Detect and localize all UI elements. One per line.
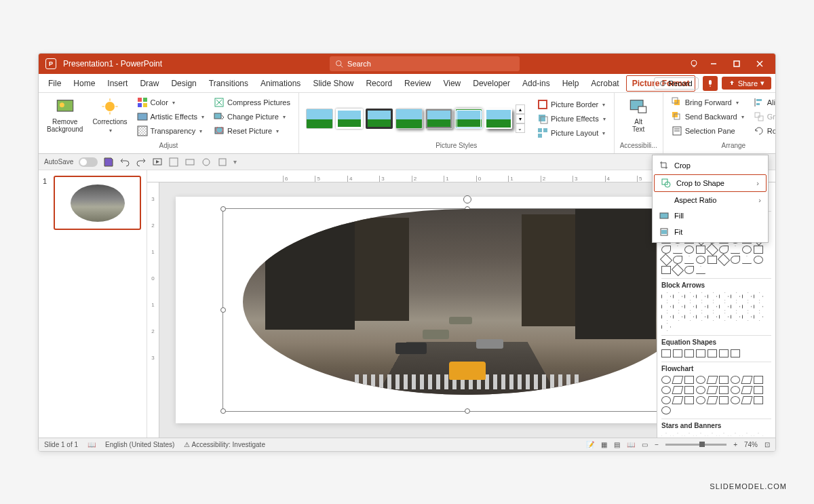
shape-option[interactable]: [708, 303, 717, 311]
tab-draw[interactable]: Draw: [134, 76, 164, 91]
shape-option[interactable]: [673, 256, 682, 264]
zoom-level[interactable]: 74%: [744, 441, 758, 448]
qat-icon[interactable]: [201, 157, 212, 168]
shape-option[interactable]: [696, 256, 705, 264]
style-thumb[interactable]: [485, 109, 512, 129]
shape-option[interactable]: [719, 303, 729, 311]
dictate-button[interactable]: [703, 76, 718, 91]
transparency-button[interactable]: Transparency▾: [134, 124, 207, 138]
shape-option[interactable]: [754, 376, 763, 384]
tab-animations[interactable]: Animations: [255, 76, 306, 91]
sorter-view-button[interactable]: ▤: [614, 441, 620, 448]
shape-option[interactable]: [696, 292, 705, 301]
shape-option[interactable]: [706, 396, 718, 404]
tab-add-ins[interactable]: Add-ins: [517, 76, 556, 91]
remove-background-button[interactable]: Remove Background: [44, 96, 85, 134]
tab-developer[interactable]: Developer: [467, 76, 516, 91]
shape-option[interactable]: [673, 433, 682, 438]
shape-option[interactable]: [754, 256, 763, 264]
shape-option[interactable]: [684, 313, 694, 321]
tab-review[interactable]: Review: [399, 76, 436, 91]
fit-button[interactable]: ⊡: [764, 441, 770, 448]
shape-option[interactable]: [661, 349, 671, 357]
bring-forward-button[interactable]: Bring Forward▾: [669, 96, 747, 109]
shape-option[interactable]: [661, 246, 671, 254]
shape-option[interactable]: [672, 264, 684, 276]
shape-option[interactable]: [661, 406, 671, 414]
zoom-slider[interactable]: [665, 444, 726, 446]
shape-option[interactable]: [696, 386, 705, 394]
from-beginning-icon[interactable]: [152, 157, 163, 168]
gallery-up-button[interactable]: ▴: [516, 104, 525, 114]
shape-option[interactable]: [719, 433, 729, 438]
slide-thumbnail[interactable]: [54, 176, 141, 230]
tab-insert[interactable]: Insert: [102, 76, 133, 91]
shape-option[interactable]: [719, 376, 729, 384]
selection-pane-button[interactable]: Selection Pane: [669, 124, 747, 138]
crop-menu-crop[interactable]: Crop: [653, 157, 768, 174]
shape-option[interactable]: [731, 292, 740, 301]
resize-handle[interactable]: [220, 408, 226, 414]
close-button[interactable]: [750, 54, 770, 74]
crop-menu-fit[interactable]: Fit: [653, 224, 768, 240]
slideshow-view-button[interactable]: ▭: [642, 441, 648, 448]
shape-option[interactable]: [672, 386, 683, 394]
shape-option[interactable]: [661, 313, 671, 321]
spell-check-icon[interactable]: 📖: [88, 441, 96, 448]
shape-option[interactable]: [661, 396, 671, 404]
shape-option[interactable]: [731, 303, 740, 311]
shape-option[interactable]: [741, 386, 752, 394]
gallery-down-button[interactable]: ▾: [516, 114, 525, 123]
shape-option[interactable]: [742, 303, 752, 311]
redo-icon[interactable]: [136, 157, 147, 168]
record-button[interactable]: Record: [654, 77, 698, 90]
shape-option[interactable]: [684, 349, 694, 357]
style-thumb[interactable]: [395, 109, 423, 129]
shape-option[interactable]: [719, 349, 729, 357]
shape-option[interactable]: [661, 376, 671, 384]
shape-option[interactable]: [741, 376, 752, 384]
resize-handle[interactable]: [220, 206, 226, 212]
shape-option[interactable]: [731, 433, 740, 438]
cropped-image[interactable]: [243, 209, 693, 395]
shape-option[interactable]: [696, 313, 705, 321]
shape-option[interactable]: [731, 396, 740, 404]
shape-option[interactable]: [684, 386, 694, 394]
tab-home[interactable]: Home: [68, 76, 100, 91]
undo-icon[interactable]: [119, 157, 130, 168]
accessibility-indicator[interactable]: ⚠ Accessibility: Investigate: [184, 441, 265, 448]
style-thumb[interactable]: [455, 109, 482, 129]
crop-menu-aspect[interactable]: Aspect Ratio›: [653, 193, 768, 208]
shape-option[interactable]: [719, 292, 729, 301]
resize-handle[interactable]: [465, 408, 470, 414]
shape-option[interactable]: [731, 313, 740, 321]
search-box[interactable]: Search: [330, 56, 520, 71]
shape-option[interactable]: [661, 433, 671, 438]
shape-option[interactable]: [718, 254, 730, 266]
shape-option[interactable]: [742, 292, 752, 301]
shape-option[interactable]: [696, 376, 705, 384]
shape-option[interactable]: [742, 256, 752, 264]
shape-option[interactable]: [754, 246, 763, 254]
align-button[interactable]: Align▾: [751, 96, 776, 109]
shape-option[interactable]: [673, 303, 682, 311]
style-thumb[interactable]: [366, 109, 393, 129]
zoom-in-button[interactable]: +: [733, 441, 737, 448]
corrections-button[interactable]: Corrections▾: [90, 96, 130, 135]
shape-option[interactable]: [660, 254, 672, 266]
share-button[interactable]: Share▾: [722, 77, 771, 90]
shape-option[interactable]: [742, 433, 752, 438]
shape-option[interactable]: [696, 246, 705, 254]
shape-option[interactable]: [684, 396, 694, 404]
shape-option[interactable]: [661, 266, 671, 274]
shape-option[interactable]: [719, 246, 729, 254]
crop-menu-fill[interactable]: Fill: [653, 208, 768, 224]
shape-option[interactable]: [708, 313, 717, 321]
autosave-toggle[interactable]: [79, 157, 98, 167]
rotation-handle[interactable]: [463, 195, 471, 203]
gallery-more-button[interactable]: ⌄: [516, 123, 525, 133]
shape-option[interactable]: [684, 256, 694, 264]
shape-option[interactable]: [672, 376, 683, 384]
shape-option[interactable]: [754, 396, 763, 404]
picture-border-button[interactable]: Picture Border▾: [535, 98, 608, 111]
